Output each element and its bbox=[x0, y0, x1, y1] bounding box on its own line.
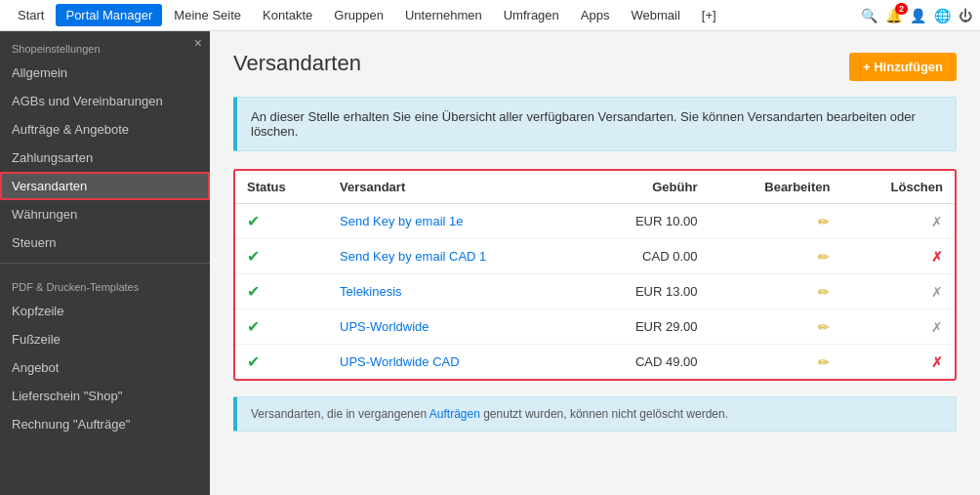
status-ok-icon: ✔ bbox=[247, 353, 260, 370]
footer-note: Versandarten, die in vergangenen Aufträg… bbox=[233, 396, 957, 432]
sidebar-item-lieferschein[interactable]: Lieferschein "Shop" bbox=[0, 382, 210, 410]
sidebar: × Shopeinstellungen Allgemein AGBs und V… bbox=[0, 31, 210, 495]
edit-cell: ✏ bbox=[709, 274, 841, 309]
edit-icon-2[interactable]: ✏ bbox=[818, 249, 830, 265]
table-header: Status Versandart Gebühr Bearbeiten Lösc… bbox=[235, 171, 955, 204]
sidebar-item-steuern[interactable]: Steuern bbox=[0, 228, 210, 257]
nav-start[interactable]: Start bbox=[8, 4, 54, 26]
nav-unternehmen[interactable]: Unternehmen bbox=[395, 4, 492, 26]
globe-icon[interactable]: 🌐 bbox=[934, 8, 951, 23]
fee-cell: EUR 29.00 bbox=[582, 309, 710, 345]
versandart-link-1[interactable]: Send Key by email 1e bbox=[340, 214, 463, 228]
sidebar-item-versandarten[interactable]: Versandarten bbox=[0, 172, 210, 200]
top-navigation: Start Portal Manager Meine Seite Kontakt… bbox=[0, 0, 980, 31]
versandart-link-3[interactable]: Telekinesis bbox=[340, 284, 402, 299]
versandart-link-5[interactable]: UPS-Worldwide CAD bbox=[340, 354, 460, 369]
nav-umfragen[interactable]: Umfragen bbox=[494, 4, 569, 26]
nav-portal-manager[interactable]: Portal Manager bbox=[56, 4, 162, 26]
sidebar-item-fusszeile[interactable]: Fußzeile bbox=[0, 325, 210, 353]
power-icon[interactable]: ⏻ bbox=[959, 8, 972, 23]
col-loeschen: Löschen bbox=[841, 171, 955, 204]
delete-cell: ✗ bbox=[841, 345, 955, 380]
sidebar-section-pdf-title: PDF & Drucken-Templates bbox=[0, 269, 210, 297]
edit-icon-1[interactable]: ✏ bbox=[818, 214, 830, 229]
sidebar-item-zahlungsarten[interactable]: Zahlungsarten bbox=[0, 144, 210, 172]
sidebar-item-kopfzeile[interactable]: Kopfzeile bbox=[0, 297, 210, 325]
nav-kontakte[interactable]: Kontakte bbox=[253, 4, 322, 26]
title-bar: Versandarten + Hinzufügen bbox=[233, 51, 957, 97]
notification-badge: 2 bbox=[895, 3, 908, 15]
status-cell: ✔ bbox=[235, 345, 328, 380]
fee-cell: EUR 13.00 bbox=[582, 274, 710, 309]
main-content: Versandarten + Hinzufügen An dieser Stel… bbox=[210, 31, 980, 495]
status-cell: ✔ bbox=[235, 204, 328, 239]
delete-icon-2[interactable]: ✗ bbox=[931, 249, 943, 265]
nav-webmail[interactable]: Webmail bbox=[621, 4, 689, 26]
edit-cell: ✏ bbox=[709, 204, 841, 239]
table-row: ✔ Telekinesis EUR 13.00 ✏ ✗ bbox=[235, 274, 955, 309]
nav-items: Start Portal Manager Meine Seite Kontakt… bbox=[8, 4, 861, 26]
footer-note-link[interactable]: Aufträgen bbox=[429, 407, 480, 421]
table-row: ✔ UPS-Worldwide EUR 29.00 ✏ ✗ bbox=[235, 309, 955, 345]
delete-icon-1[interactable]: ✗ bbox=[931, 214, 943, 229]
nav-gruppen[interactable]: Gruppen bbox=[324, 4, 393, 26]
main-layout: × Shopeinstellungen Allgemein AGBs und V… bbox=[0, 31, 980, 495]
status-cell: ✔ bbox=[235, 309, 328, 345]
footer-note-suffix: genutzt wurden, können nicht gelöscht we… bbox=[480, 407, 728, 421]
versandart-name-cell: Send Key by email CAD 1 bbox=[328, 239, 582, 274]
edit-icon-5[interactable]: ✏ bbox=[818, 354, 830, 370]
versandarten-table-wrapper: Status Versandart Gebühr Bearbeiten Lösc… bbox=[233, 169, 957, 381]
versandart-name-cell: UPS-Worldwide bbox=[328, 309, 582, 345]
delete-icon-4[interactable]: ✗ bbox=[931, 319, 943, 335]
col-bearbeiten: Bearbeiten bbox=[709, 171, 841, 204]
edit-icon-3[interactable]: ✏ bbox=[818, 284, 830, 300]
col-gebuehr: Gebühr bbox=[582, 171, 710, 204]
status-cell: ✔ bbox=[235, 239, 328, 274]
versandart-link-2[interactable]: Send Key by email CAD 1 bbox=[340, 249, 486, 264]
nav-meine-seite[interactable]: Meine Seite bbox=[164, 4, 251, 26]
add-versandart-button[interactable]: + Hinzufügen bbox=[849, 53, 957, 81]
page-title: Versandarten bbox=[233, 51, 957, 76]
nav-icon-bar: 🔍 🔔2 👤 🌐 ⏻ bbox=[861, 8, 972, 23]
fee-cell: EUR 10.00 bbox=[582, 204, 710, 239]
edit-cell: ✏ bbox=[709, 239, 841, 274]
table-row: ✔ UPS-Worldwide CAD CAD 49.00 ✏ ✗ bbox=[235, 345, 955, 380]
sidebar-item-angebot[interactable]: Angebot bbox=[0, 353, 210, 382]
delete-cell: ✗ bbox=[841, 309, 955, 345]
notifications-icon[interactable]: 🔔2 bbox=[885, 8, 902, 23]
table-row: ✔ Send Key by email 1e EUR 10.00 ✏ ✗ bbox=[235, 204, 955, 239]
info-box-text: An dieser Stelle erhalten Sie eine Übers… bbox=[251, 109, 916, 139]
search-icon[interactable]: 🔍 bbox=[861, 8, 878, 23]
user-icon[interactable]: 👤 bbox=[910, 8, 926, 23]
versandart-name-cell: UPS-Worldwide CAD bbox=[328, 345, 582, 380]
footer-note-prefix: Versandarten, die in vergangenen bbox=[251, 407, 429, 421]
table-body: ✔ Send Key by email 1e EUR 10.00 ✏ ✗ ✔ S… bbox=[235, 204, 955, 380]
table-row: ✔ Send Key by email CAD 1 CAD 0.00 ✏ ✗ bbox=[235, 239, 955, 274]
sidebar-item-auftraege[interactable]: Aufträge & Angebote bbox=[0, 115, 210, 144]
edit-icon-4[interactable]: ✏ bbox=[818, 319, 830, 335]
delete-cell: ✗ bbox=[841, 204, 955, 239]
edit-cell: ✏ bbox=[709, 345, 841, 380]
sidebar-close-button[interactable]: × bbox=[194, 35, 202, 51]
delete-icon-3[interactable]: ✗ bbox=[931, 284, 943, 300]
versandart-name-cell: Send Key by email 1e bbox=[328, 204, 582, 239]
status-ok-icon: ✔ bbox=[247, 248, 260, 265]
col-versandart: Versandart bbox=[328, 171, 582, 204]
delete-cell: ✗ bbox=[841, 239, 955, 274]
delete-cell: ✗ bbox=[841, 274, 955, 309]
nav-apps[interactable]: Apps bbox=[571, 4, 620, 26]
sidebar-item-agbs[interactable]: AGBs und Vereinbarungen bbox=[0, 87, 210, 115]
status-ok-icon: ✔ bbox=[247, 283, 260, 300]
nav-plus[interactable]: [+] bbox=[692, 4, 726, 26]
edit-cell: ✏ bbox=[709, 309, 841, 345]
versandart-name-cell: Telekinesis bbox=[328, 274, 582, 309]
versandarten-table: Status Versandart Gebühr Bearbeiten Lösc… bbox=[235, 171, 955, 379]
sidebar-item-rechnung[interactable]: Rechnung "Aufträge" bbox=[0, 410, 210, 438]
sidebar-item-allgemein[interactable]: Allgemein bbox=[0, 59, 210, 87]
status-ok-icon: ✔ bbox=[247, 213, 260, 229]
fee-cell: CAD 49.00 bbox=[582, 345, 710, 380]
versandart-link-4[interactable]: UPS-Worldwide bbox=[340, 319, 429, 334]
sidebar-divider bbox=[0, 263, 210, 264]
delete-icon-5[interactable]: ✗ bbox=[931, 354, 943, 370]
sidebar-item-waehrungen[interactable]: Währungen bbox=[0, 200, 210, 228]
